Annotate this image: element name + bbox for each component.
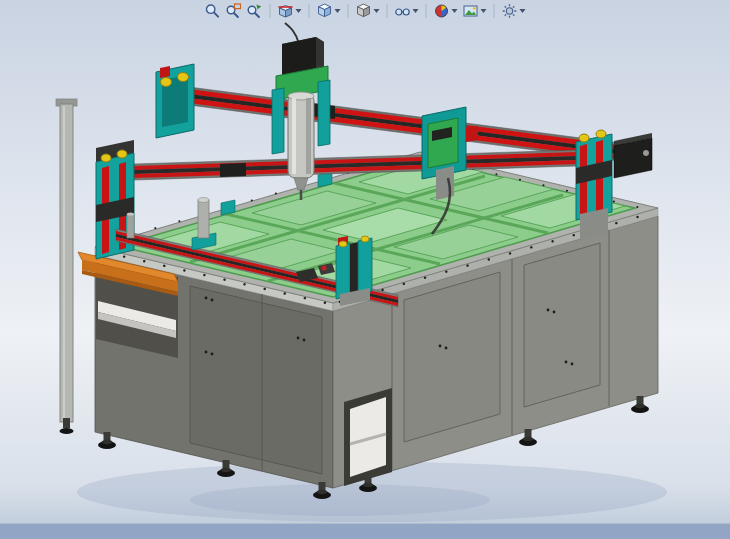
chevron-down-icon[interactable] [374,9,380,13]
chevron-down-icon[interactable] [413,9,419,13]
view-cube-icon [317,3,333,19]
cable-post[interactable] [56,99,77,422]
chevron-down-icon[interactable] [296,9,302,13]
view-orientation-button[interactable] [316,2,342,20]
apply-scene-button[interactable] [462,2,488,20]
appearance-sphere-icon [434,3,450,19]
chevron-down-icon[interactable] [520,9,526,13]
toolbar-separator [426,4,427,18]
zoom-to-area-button[interactable] [225,2,243,20]
toolbar-separator [494,4,495,18]
magnifier-icon [205,3,221,19]
scene-icon [463,3,479,19]
chevron-down-icon[interactable] [452,9,458,13]
display-style-button[interactable] [355,2,381,20]
left-panel-door [190,286,322,474]
section-view-button[interactable] [277,2,303,20]
machine-model[interactable] [56,23,658,499]
zoom-to-fit-button[interactable] [204,2,222,20]
hide-show-items-button[interactable] [394,2,420,20]
heads-up-view-toolbar [204,2,527,20]
view-settings-icon [502,3,518,19]
front-slot-opening [344,388,392,486]
cad-viewport-window [0,0,730,539]
toolbar-separator [270,4,271,18]
edit-appearance-button[interactable] [433,2,459,20]
gantry-bridge-upper[interactable] [156,64,642,164]
glasses-icon [395,3,411,19]
view-settings-button[interactable] [501,2,527,20]
magnifier-back-icon [247,3,263,19]
chevron-down-icon[interactable] [481,9,487,13]
viewport-3d-scene[interactable] [0,0,730,539]
chevron-down-icon[interactable] [335,9,341,13]
shaded-cube-icon [356,3,372,19]
toolbar-separator [387,4,388,18]
toolbar-separator [348,4,349,18]
toolbar-separator [309,4,310,18]
drive-motor[interactable] [614,133,652,178]
section-cube-icon [278,3,294,19]
right-gantry-tower[interactable] [576,130,612,240]
magnifier-area-icon [226,3,242,19]
previous-view-button[interactable] [246,2,264,20]
